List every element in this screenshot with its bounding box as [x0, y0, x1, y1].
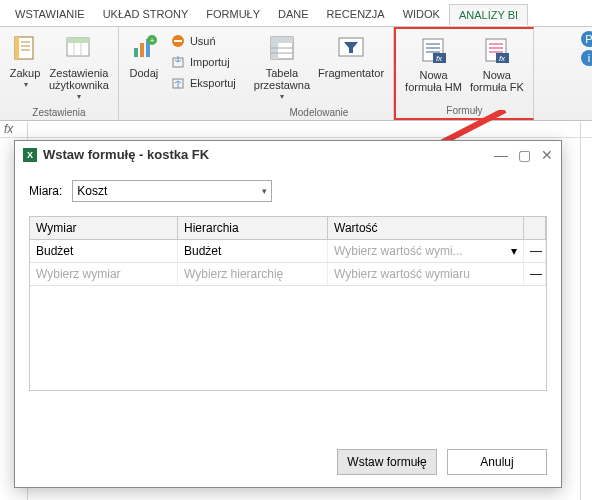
pivot-table-icon	[266, 32, 298, 64]
cell-wartosc-placeholder[interactable]: Wybierz wartość wymiaru	[328, 263, 524, 285]
zestawienia-uzytkownika-button[interactable]: Zestawienia użytkownika ▾	[45, 30, 113, 105]
svg-text:fx: fx	[499, 54, 506, 63]
ribbon: Zakup ▾ Zestawienia użytkownika ▾ Zestaw…	[0, 26, 592, 121]
svg-rect-6	[67, 38, 89, 43]
miara-label: Miara:	[29, 184, 62, 198]
cell-hierarchia[interactable]: Budżet	[178, 240, 328, 262]
chevron-down-icon: ▾	[511, 244, 517, 258]
tab-formuly[interactable]: FORMUŁY	[197, 4, 269, 26]
formula-bar[interactable]: fx	[0, 121, 592, 138]
minimize-button[interactable]: —	[494, 149, 508, 161]
cell-hierarchia-placeholder[interactable]: Wybierz hierarchię	[178, 263, 328, 285]
col-hierarchia: Hierarchia	[178, 217, 328, 239]
book-icon	[9, 32, 41, 64]
remove-row-button[interactable]: —	[524, 240, 546, 262]
grid-row: Budżet Budżet Wybierz wartość wymi...▾ —	[30, 240, 546, 263]
chevron-down-icon: ▾	[262, 186, 267, 196]
group-formuly: fx Nowa formuła HM fx Nowa formuła FK Fo…	[394, 27, 534, 120]
wstaw-formule-button[interactable]: Wstaw formułę	[337, 449, 437, 475]
dimensions-grid: Wymiar Hierarchia Wartość Budżet Budżet …	[29, 216, 547, 391]
tab-widok[interactable]: WIDOK	[394, 4, 449, 26]
importuj-button[interactable]: Importuj	[168, 53, 238, 71]
svg-text:+: +	[150, 36, 155, 45]
fx-label: fx	[4, 122, 13, 136]
help-p-icon[interactable]: P	[581, 31, 592, 47]
eksportuj-button[interactable]: Eksportuj	[168, 74, 238, 92]
group-label: Modelowanie	[250, 106, 388, 118]
svg-text:fx: fx	[435, 54, 442, 63]
tab-dane[interactable]: DANE	[269, 4, 318, 26]
chart-add-icon: +	[128, 32, 160, 64]
ribbon-tabs: WSTAWIANIE UKŁAD STRONY FORMUŁY DANE REC…	[0, 0, 592, 26]
svg-rect-10	[140, 43, 144, 57]
maximize-button[interactable]: ▢	[518, 149, 531, 161]
group-label: Zestawienia	[5, 106, 113, 118]
col-wymiar: Wymiar	[30, 217, 178, 239]
chevron-down-icon: ▾	[24, 79, 28, 91]
nowa-formula-fk-button[interactable]: fx Nowa formuła FK	[466, 32, 528, 95]
close-button[interactable]: ✕	[541, 149, 553, 161]
anuluj-button[interactable]: Anuluj	[447, 449, 547, 475]
miara-combo[interactable]: Koszt ▾	[72, 180, 272, 202]
nowa-formula-hm-button[interactable]: fx Nowa formuła HM	[401, 32, 466, 95]
help-i-icon[interactable]: i	[581, 50, 592, 66]
tab-analizy-bi[interactable]: ANALIZY BI	[449, 4, 528, 26]
chevron-down-icon: ▾	[77, 91, 81, 103]
dialog-title: Wstaw formułę - kostka FK	[43, 147, 209, 162]
cell-wartosc[interactable]: Wybierz wartość wymi...▾	[328, 240, 524, 262]
cell-wymiar-placeholder[interactable]: Wybierz wymiar	[30, 263, 178, 285]
fragmentator-button[interactable]: Fragmentator	[314, 30, 388, 81]
dodaj-button[interactable]: + Dodaj	[124, 30, 164, 81]
tab-recenzja[interactable]: RECENZJA	[318, 4, 394, 26]
tab-wstawianie[interactable]: WSTAWIANIE	[6, 4, 94, 26]
delete-icon	[170, 33, 186, 49]
cell-wymiar[interactable]: Budżet	[30, 240, 178, 262]
svg-rect-15	[174, 40, 182, 42]
group-modelowanie: Tabela przestawna ▾ Fragmentator Modelow…	[245, 27, 394, 120]
zakup-button[interactable]: Zakup ▾	[5, 30, 45, 93]
export-icon	[170, 75, 186, 91]
usun-button[interactable]: Usuń	[168, 32, 238, 50]
formula-hm-icon: fx	[418, 34, 450, 66]
group-dodaj: + Dodaj Usuń Importuj Eksportuj	[119, 27, 245, 120]
col-wartosc: Wartość	[328, 217, 524, 239]
insert-formula-dialog: X Wstaw formułę - kostka FK — ▢ ✕ Miara:…	[14, 140, 562, 488]
dialog-titlebar: X Wstaw formułę - kostka FK — ▢ ✕	[15, 141, 561, 168]
tabela-przestawna-button[interactable]: Tabela przestawna ▾	[250, 30, 314, 105]
excel-icon: X	[23, 148, 37, 162]
tab-uklad-strony[interactable]: UKŁAD STRONY	[94, 4, 198, 26]
remove-row-button[interactable]: —	[524, 263, 546, 285]
formula-fk-icon: fx	[481, 34, 513, 66]
chevron-down-icon: ▾	[280, 91, 284, 103]
grid-row: Wybierz wymiar Wybierz hierarchię Wybier…	[30, 263, 546, 286]
import-icon	[170, 54, 186, 70]
svg-rect-9	[134, 48, 138, 57]
group-label: Formuły	[401, 104, 528, 116]
slicer-icon	[335, 32, 367, 64]
spreadsheet-icon	[63, 32, 95, 64]
group-zestawienia: Zakup ▾ Zestawienia użytkownika ▾ Zestaw…	[0, 27, 119, 120]
svg-rect-1	[15, 37, 19, 59]
